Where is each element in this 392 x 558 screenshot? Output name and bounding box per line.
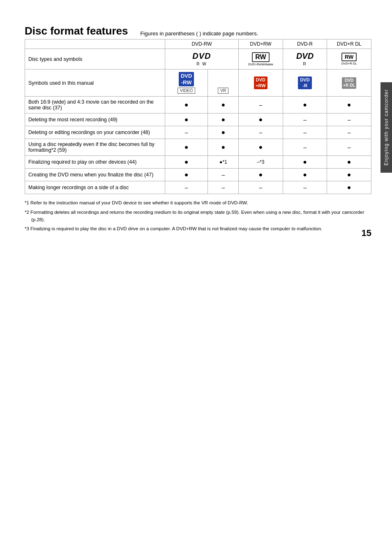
dvd-plusrw-symbol-box: DVD+RW <box>254 76 267 89</box>
data-cell: – <box>208 181 239 194</box>
bullet-icon: ● <box>221 129 225 136</box>
dvdr-r-text: R <box>303 62 307 66</box>
data-cell: – <box>327 113 371 126</box>
data-cell: – <box>239 126 283 139</box>
feature-cell: Deleting the most recent recording (49) <box>25 113 165 126</box>
dash-icon: – <box>303 116 307 123</box>
dvdplusrdl-logo-cell: RW DVD+R DL <box>327 49 371 69</box>
table-row: Deleting or editing recordings on your c… <box>25 126 371 139</box>
feature-cell: Making longer recordings on a side of a … <box>25 181 165 194</box>
dvdrw-vr-cell: VR <box>208 69 239 97</box>
page-header: Disc format features Figures in parenthe… <box>25 25 371 39</box>
footnote-2: *2 Formatting deletes all recordings and… <box>25 208 371 224</box>
bullet-icon: ● <box>347 158 351 165</box>
dvd-r-symbol-box: DVD-R <box>298 76 311 89</box>
dvdplusrdl-text: DVD+R DL <box>330 62 368 65</box>
page-container: Disc format features Figures in parenthe… <box>0 0 392 251</box>
dvdplusrewritable-text: DVD+ReWritable <box>242 63 279 66</box>
data-cell: ● <box>239 169 283 181</box>
dvdr-symbol-cell: DVD-R <box>283 69 327 97</box>
data-cell: ● <box>165 97 208 113</box>
vr-badge: VR <box>218 88 228 94</box>
data-cell: ● <box>165 156 208 169</box>
col-header-dvdr: DVD-R <box>283 39 327 49</box>
dvdrw-rw-text: R W <box>196 62 207 66</box>
dvdrw-symbols-cell: DVD-RW VIDEO <box>165 69 208 97</box>
bullet-icon: ● <box>221 116 225 123</box>
dash-icon: – <box>348 144 351 150</box>
footnote-3: *3 Finalizing is required to play the di… <box>25 225 371 232</box>
table-row: Using a disc repeatedly even if the disc… <box>25 139 371 156</box>
bullet-icon: ● <box>303 158 307 165</box>
data-cell: ● <box>327 97 371 113</box>
table-header-row: DVD-RW DVD+RW DVD-R DVD+R DL <box>25 39 371 49</box>
data-cell: – <box>283 181 327 194</box>
dvdr-logo-cell: DVD R <box>283 49 327 69</box>
data-cell: – <box>165 181 208 194</box>
data-cell: – <box>239 97 283 113</box>
table-row: Making longer recordings on a side of a … <box>25 181 371 194</box>
feature-cell: Finalizing required to play on other dev… <box>25 156 165 169</box>
bullet-icon: ● <box>184 171 189 178</box>
dvdplusrw-logo-cell: RW DVD+ReWritable <box>239 49 283 69</box>
feature-cell: Deleting or editing recordings on your c… <box>25 126 165 139</box>
data-cell: – <box>283 126 327 139</box>
dash-icon: – <box>185 129 188 136</box>
dvdr-logo: DVD <box>296 51 314 60</box>
data-cell: ● <box>327 169 371 181</box>
bullet-icon: ● <box>259 144 263 150</box>
dvdplusrw-symbol-cell: DVD+RW <box>239 69 283 97</box>
dash-icon: – <box>221 171 225 178</box>
data-cell: ● <box>327 181 371 194</box>
bullet-icon: ● <box>347 184 351 191</box>
dash-icon: – <box>221 184 225 191</box>
footnote-1: *1 Refer to the instruction manual of yo… <box>25 199 371 206</box>
bullet-icon: ● <box>184 144 189 150</box>
data-cell: – <box>327 126 371 139</box>
feature-cell: Creating the DVD menu when you finalize … <box>25 169 165 181</box>
dvdrw-logo-text: DVD <box>192 51 211 60</box>
dash-icon: – <box>185 184 188 191</box>
data-cell: –*3 <box>239 156 283 169</box>
table-row: Creating the DVD menu when you finalize … <box>25 169 371 181</box>
col-header-dvdplusrw: DVD+RW <box>239 39 283 49</box>
data-cell: – <box>327 139 371 156</box>
bullet-icon: ● <box>221 144 225 150</box>
dash-icon: – <box>303 129 307 136</box>
table-row: Finalizing required to play on other dev… <box>25 156 371 169</box>
page-subtitle: Figures in parentheses ( ) indicate page… <box>140 30 258 37</box>
bullet-icon: ● <box>184 158 189 165</box>
dvdplusrw-logo-container: RW DVD+ReWritable <box>242 52 279 66</box>
data-cell: ● <box>208 97 239 113</box>
dvd-rw-symbol-box: DVD-RW <box>179 72 194 86</box>
bullet-icon: ● <box>303 171 307 178</box>
col-header-dvdrw: DVD-RW <box>165 39 238 49</box>
table-row: Disc types and symbols DVD R W RW DVD+Re… <box>25 49 371 69</box>
page-number: 15 <box>362 228 371 238</box>
dash-icon: – <box>259 129 263 136</box>
data-cell: – <box>239 181 283 194</box>
feature-cell: Symbols used in this manual <box>25 69 165 97</box>
video-badge: VIDEO <box>178 88 195 94</box>
data-cell: – <box>283 113 327 126</box>
data-cell: ● <box>208 139 239 156</box>
dash-icon: – <box>303 144 307 150</box>
dash-icon: – <box>259 102 263 108</box>
feature-cell: Disc types and symbols <box>25 49 165 69</box>
data-cell: ●*1 <box>208 156 239 169</box>
data-cell: ● <box>327 156 371 169</box>
data-cell: – <box>283 139 327 156</box>
dash-footnote: –*3 <box>257 159 264 165</box>
bullet-icon: ● <box>347 171 351 178</box>
data-cell: ● <box>283 156 327 169</box>
table-row: Deleting the most recent recording (49) … <box>25 113 371 126</box>
dash-icon: – <box>303 184 307 191</box>
bullet-icon: ● <box>347 101 351 108</box>
data-cell: ● <box>239 113 283 126</box>
sidebar-tab-label: Enjoying with your camcorder <box>383 89 389 165</box>
feature-cell: Using a disc repeatedly even if the disc… <box>25 139 165 156</box>
bullet-footnote: ●*1 <box>219 159 227 165</box>
dash-icon: – <box>348 116 351 123</box>
data-cell: ● <box>165 139 208 156</box>
bullet-icon: ● <box>303 101 307 108</box>
